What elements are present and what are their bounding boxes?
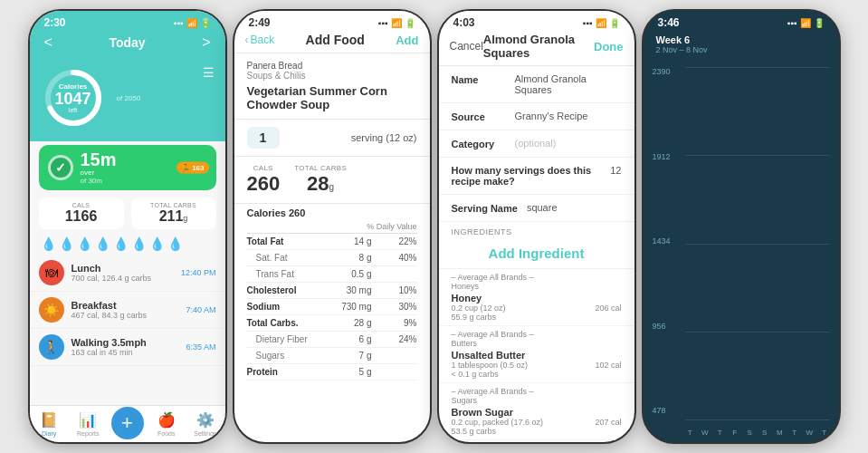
- fat-vals: 14 g 22%: [354, 236, 416, 246]
- nutrition-sugars: Sugars 7 g: [247, 348, 417, 364]
- nutrition-protein: Protein 5 g: [247, 364, 417, 381]
- status-time-2: 2:49: [249, 16, 271, 29]
- ingredients-header: INGREDIENTS: [439, 222, 634, 238]
- name-field-value[interactable]: Almond Granola Squares: [515, 73, 622, 95]
- carbs-macro: TOTAL CARBS 28g: [294, 164, 347, 196]
- nav-settings[interactable]: ⚙️ Settings: [186, 406, 224, 442]
- honey-brand-text: – Average All Brands –: [452, 273, 534, 282]
- signal-icon: ▪▪▪: [174, 18, 184, 28]
- name-field-label: Name: [452, 73, 506, 85]
- meal-lunch[interactable]: 🍽 Lunch 700 cal, 126.4 g carbs 12:40 PM: [30, 255, 225, 292]
- status-time-4: 3:46: [658, 16, 680, 29]
- carbs-macro-number: 28: [307, 172, 329, 195]
- source-field-value[interactable]: Granny's Recipe: [515, 111, 622, 121]
- calories-section: Calories 1047 left of 2050 ☰: [30, 58, 225, 141]
- back-button[interactable]: ‹ Back: [245, 34, 275, 46]
- status-icons-3: ▪▪▪ 📶 🔋: [583, 18, 620, 28]
- serving-name-value[interactable]: square: [527, 202, 622, 213]
- bottom-nav: 📔 Diary 📊 Reports + 🍎 Foods ⚙️ Settings: [30, 405, 225, 442]
- status-icons-4: ▪▪▪ 📶 🔋: [787, 18, 825, 28]
- status-bar-2: 2:49 ▪▪▪ 📶 🔋: [234, 11, 430, 31]
- fiber-vals: 6 g 24%: [359, 334, 417, 344]
- transfat-pct: [390, 269, 417, 279]
- honey-carbs: 55.9 g carbs: [452, 313, 497, 322]
- next-day-button[interactable]: >: [202, 34, 210, 51]
- settings-icon: ⚙️: [196, 411, 215, 429]
- battery-icon: 🔋: [200, 18, 211, 28]
- chol-amount: 30 mg: [347, 285, 372, 295]
- walk-details: Walking 3.5mph 163 cal in 45 min: [72, 337, 179, 357]
- status-icons-2: ▪▪▪ 📶 🔋: [378, 18, 415, 28]
- nav-add[interactable]: +: [108, 406, 147, 442]
- sugars-vals: 7 g: [359, 351, 417, 361]
- chart-header: Week 6 2 Nov – 8 Nov: [644, 31, 839, 60]
- servings-value[interactable]: 12: [610, 165, 621, 187]
- lunch-name: Lunch: [72, 263, 174, 274]
- diary-icon: 📔: [40, 411, 58, 429]
- category-field-label: Category: [452, 138, 506, 149]
- nav-foods[interactable]: 🍎 Foods: [147, 406, 186, 442]
- x-axis-labels: T W T F S S M T W T: [685, 429, 830, 437]
- sodium-vals: 730 mg 30%: [341, 302, 416, 312]
- transfat-amount: 0.5 g: [351, 269, 371, 279]
- reports-icon: 📊: [79, 411, 97, 429]
- sugar-carbs-row: 53.5 g carbs: [452, 427, 622, 436]
- butter-amount: 1 tablespoon (0.5 oz): [452, 361, 529, 370]
- exercise-check-icon: ✓: [48, 155, 73, 180]
- carbs-stat: TOTAL CARBS 211g: [131, 198, 216, 229]
- serving-unit-label: serving (12 oz): [351, 132, 417, 143]
- meal-walk[interactable]: 🚶 Walking 3.5mph 163 cal in 45 min 6:35 …: [30, 329, 225, 366]
- status-icons-1: ▪▪▪ 📶 🔋: [174, 18, 211, 28]
- water-drop-3: 💧: [77, 236, 92, 251]
- butter-category: Butters: [452, 339, 478, 348]
- add-food-fab[interactable]: +: [111, 407, 144, 439]
- cals-label: CALS: [46, 202, 117, 208]
- recipe-form: Name Almond Granola Squares Source Grann…: [439, 66, 634, 442]
- carbs-unit: g: [183, 214, 187, 223]
- sugars-pct: [390, 351, 417, 361]
- meal-breakfast[interactable]: ☀️ Breakfast 467 cal, 84.3 g carbs 7:40 …: [30, 292, 225, 329]
- ingredient-sugar-group: – Average All Brands – Sugars Brown Suga…: [439, 383, 634, 440]
- nutrition-table: % Daily Value Total Fat 14 g 22% Sat. Fa…: [234, 220, 430, 442]
- nav-diary[interactable]: 📔 Diary: [30, 406, 69, 442]
- category-field-value[interactable]: (optional): [515, 138, 622, 149]
- wifi-icon-4: 📶: [800, 18, 811, 28]
- menu-icon[interactable]: ☰: [203, 65, 215, 80]
- ingredient-honey-group: – Average All Brands – Honeys Honey 0.2 …: [439, 269, 634, 326]
- nutrition-sodium: Sodium 730 mg 30%: [247, 299, 417, 315]
- phone-recipe: 4:03 ▪▪▪ 📶 🔋 Cancel Almond Granola Squar…: [437, 9, 636, 444]
- add-food-button[interactable]: Add: [396, 34, 418, 47]
- chart-bars: T W T F S S M T W T: [653, 67, 830, 442]
- reports-nav-label: Reports: [77, 430, 100, 437]
- chart-gridlines: [685, 67, 830, 420]
- sugar-category: Sugars: [452, 396, 478, 405]
- prev-day-button[interactable]: <: [44, 34, 52, 51]
- ingredient-butter-group: – Average All Brands – Butters Unsalted …: [439, 326, 634, 383]
- water-drop-2: 💧: [59, 236, 74, 251]
- butter-item[interactable]: Unsalted Butter 1 tablespoon (0.5 oz) 10…: [439, 348, 634, 383]
- cancel-button[interactable]: Cancel: [450, 40, 483, 53]
- breakfast-icon: ☀️: [39, 297, 64, 323]
- add-ingredient-button[interactable]: Add Ingredient: [439, 238, 634, 269]
- x-label-8: W: [805, 429, 816, 437]
- butter-carbs: < 0.1 g carbs: [452, 370, 499, 379]
- calories-ring: Calories 1047 left: [41, 65, 106, 130]
- transfat-name: Trans Fat: [247, 269, 294, 279]
- nav-reports[interactable]: 📊 Reports: [69, 406, 108, 442]
- category-row: Category (optional): [439, 130, 634, 158]
- sugar-item[interactable]: Brown Sugar 0.2 cup, packed (17.6 oz) 20…: [439, 405, 634, 440]
- chol-pct: 10%: [390, 285, 417, 295]
- cals-macro-val: 260: [247, 172, 281, 196]
- totalcarbs-name: Total Carbs.: [247, 318, 299, 328]
- chart-area: 2390 1912 1434 956 478: [644, 60, 839, 442]
- honey-item[interactable]: Honey 0.2 cup (12 oz) 206 cal 55.9 g car…: [439, 291, 634, 326]
- serving-quantity-input[interactable]: 1: [247, 127, 280, 149]
- chart-header-left: Week 6 2 Nov – 8 Nov: [656, 34, 708, 54]
- carbs-label: TOTAL CARBS: [138, 202, 209, 208]
- status-time-1: 2:30: [44, 16, 66, 29]
- done-button[interactable]: Done: [594, 40, 624, 53]
- diary-nav-label: Diary: [42, 430, 56, 437]
- phone-add-food: 2:49 ▪▪▪ 📶 🔋 ‹ Back Add Food Add Panera …: [233, 9, 432, 444]
- x-label-1: W: [700, 429, 711, 437]
- sodium-amount: 730 mg: [341, 302, 371, 312]
